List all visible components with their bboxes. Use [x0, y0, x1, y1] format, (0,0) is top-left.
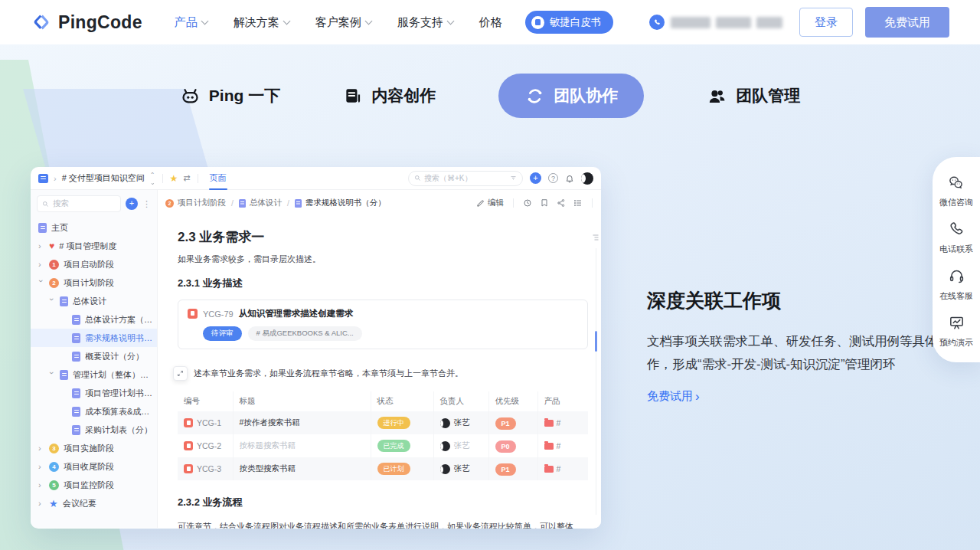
requirement-icon — [188, 309, 198, 319]
help-icon[interactable]: ? — [548, 173, 558, 183]
product-cell: # — [544, 464, 583, 473]
favorite-star-icon[interactable]: ★ — [170, 173, 178, 184]
page-tab[interactable]: 页面 — [210, 167, 227, 190]
swap-icon[interactable]: ⇄ — [183, 173, 190, 183]
headset-icon — [948, 267, 965, 286]
outline-list-icon[interactable] — [573, 198, 583, 208]
sort-toggle-icon[interactable]: ⌃⌃ — [150, 172, 155, 185]
column-header: 状态 — [371, 391, 433, 411]
tree-chevron-icon[interactable]: › — [47, 372, 57, 378]
avatar — [440, 418, 450, 428]
bookmark-icon[interactable] — [540, 198, 549, 208]
tree-chevron-icon[interactable]: › — [38, 480, 44, 489]
linked-work-item-card[interactable]: YCG-79 从知识管理需求描述创建需求 待评审 # 易成GEEKBOOKS &… — [178, 300, 588, 349]
divider — [198, 174, 198, 183]
tree-item[interactable]: 总体设计方案（总） — [31, 310, 157, 329]
tree-item[interactable]: › 1 项目启动阶段 — [31, 255, 157, 273]
tree-item[interactable]: 主页 — [31, 218, 157, 237]
tree-item-label: 主页 — [51, 222, 157, 234]
tree-chevron-icon[interactable]: › — [38, 260, 44, 269]
chevron-right-icon: › — [695, 391, 700, 402]
tree-item[interactable]: 需求规格说明书（... — [31, 329, 157, 347]
expand-icon[interactable] — [173, 366, 188, 381]
edit-button[interactable]: 编辑 — [476, 198, 504, 208]
knowledge-space-icon — [38, 174, 48, 183]
nav-menu-item[interactable]: 服务支持 — [397, 15, 453, 30]
add-button[interactable]: + — [530, 172, 541, 184]
more-menu-icon[interactable]: ⋮ — [142, 199, 151, 209]
status-badge: 已完成 — [377, 440, 410, 452]
space-title[interactable]: # 交付型项目知识空间 — [62, 172, 145, 184]
contact-item[interactable]: 微信咨询 — [939, 174, 973, 208]
tree-item[interactable]: 项目管理计划书（... — [31, 384, 157, 402]
add-page-button[interactable]: + — [126, 198, 138, 210]
tree-item[interactable]: 成本预算表&成本管... — [31, 402, 157, 421]
tree-chevron-icon[interactable]: › — [38, 462, 44, 471]
tree-chevron-icon[interactable]: › — [38, 241, 44, 250]
feature-description: 文档事项关联需求工单、研发任务、测试用例等具体工作，形成“需求-开发-测试-知识… — [647, 330, 961, 375]
chevron-down-icon — [283, 17, 290, 25]
contact-item[interactable]: 预约演示 — [939, 314, 973, 349]
tree-item-label: 采购计划表（分） — [85, 424, 157, 436]
app-search-input[interactable]: 搜索（⌘+K） — [408, 171, 523, 186]
login-button[interactable]: 登录 — [799, 8, 853, 37]
nav-menu-item[interactable]: 产品 — [175, 15, 207, 30]
tree-item[interactable]: 概要设计（分） — [31, 347, 157, 365]
whitepaper-badge[interactable]: 敏捷白皮书 — [525, 11, 614, 34]
tree-chevron-icon[interactable]: › — [38, 444, 44, 453]
nav-menu-item[interactable]: 客户案例 — [315, 15, 371, 30]
tree-item[interactable]: 采购计划表（分） — [31, 421, 157, 439]
status-badge: 进行中 — [377, 417, 410, 429]
bell-icon[interactable] — [565, 174, 574, 183]
team-people-icon — [707, 86, 727, 106]
requirements-table: 编号 标题 状态 负责人 优先级 产品 — [178, 391, 588, 480]
content-create-icon — [343, 86, 363, 106]
work-item-id: YCG-79 — [203, 309, 234, 319]
tree-chevron-icon[interactable]: › — [47, 298, 57, 304]
tree-item[interactable]: › 4 项目收尾阶段 — [31, 457, 157, 476]
numbered-circle-icon: 2 — [165, 199, 174, 208]
tree-chevron-icon[interactable]: › — [38, 499, 44, 508]
table-row[interactable]: YCG-3 按类型搜索书籍 已计划 张艺 P1 # — [178, 457, 588, 480]
feature-tab[interactable]: 内容创作 — [343, 74, 436, 118]
tree-item[interactable]: › 3 项目实施阶段 — [31, 439, 157, 457]
tree-item[interactable]: › ★ 会议纪要 — [31, 494, 157, 512]
history-clock-icon[interactable] — [523, 198, 532, 208]
pingcode-logo[interactable]: PingCode — [31, 11, 142, 33]
wechat-icon — [948, 174, 965, 193]
divider — [162, 174, 163, 183]
contact-item[interactable]: 在线客服 — [939, 267, 973, 302]
table-row[interactable]: YCG-2 按标题搜索书籍 已完成 张艺 P0 # — [178, 434, 588, 457]
numbered-circle-icon: 5 — [49, 480, 59, 490]
tree-chevron-icon[interactable]: › — [37, 280, 46, 286]
tree-item[interactable]: › 2 项目计划阶段 — [31, 273, 157, 292]
sidebar-search-placeholder: 搜索 — [53, 198, 69, 209]
breadcrumb-item[interactable]: 需求规格说明书（分） / — [295, 198, 386, 208]
tree-item[interactable]: › 总体设计 — [31, 292, 157, 310]
whitepaper-label: 敏捷白皮书 — [550, 15, 602, 29]
nav-menu-item[interactable]: 解决方案 — [234, 15, 289, 30]
feature-tab[interactable]: 团队协作 — [498, 74, 644, 118]
scrollbar-thumb[interactable] — [595, 331, 597, 352]
feature-tab[interactable]: 团队管理 — [707, 74, 800, 118]
requirement-icon — [184, 418, 193, 427]
feature-tab[interactable]: Ping 一下 — [180, 74, 280, 118]
breadcrumb-item[interactable]: 2 项目计划阶段 / — [165, 198, 234, 208]
tree-item-label: 项目收尾阶段 — [64, 461, 157, 473]
free-trial-link[interactable]: 免费试用 › — [647, 389, 700, 404]
toc-outline-icon[interactable] — [591, 231, 600, 245]
breadcrumb-item[interactable]: 总体设计 / — [239, 198, 289, 208]
share-icon[interactable] — [557, 198, 566, 208]
sidebar-search-input[interactable]: 搜索 — [37, 195, 121, 212]
document-icon — [295, 199, 302, 208]
priority-badge: P1 — [495, 463, 516, 476]
user-avatar[interactable] — [581, 172, 593, 185]
tree-item[interactable]: › 管理计划（整体）【内... — [31, 365, 157, 384]
tree-item[interactable]: › 5 项目监控阶段 — [31, 476, 157, 494]
free-trial-button[interactable]: 免费试用 — [865, 7, 949, 38]
contact-item[interactable]: 电话联系 — [939, 221, 973, 255]
tree-item[interactable]: › ♥ # 项目管理制度 — [31, 237, 157, 255]
avatar — [440, 464, 450, 474]
table-row[interactable]: YCG-1 #按作者搜索书籍 进行中 张艺 P1 # — [178, 411, 588, 434]
nav-menu-item[interactable]: 价格 — [479, 15, 502, 30]
